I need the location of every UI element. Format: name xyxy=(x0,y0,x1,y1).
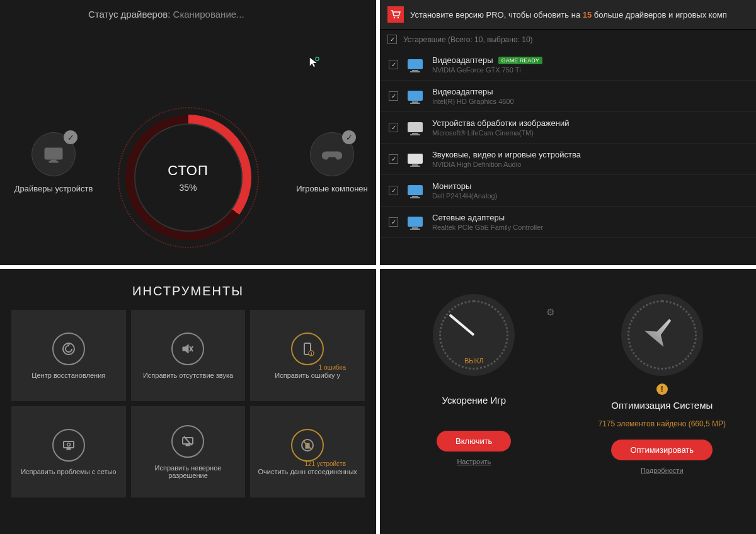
scan-percent: 35% xyxy=(179,183,197,193)
category-device-drivers[interactable]: ✓ Драйверы устройств xyxy=(9,132,98,193)
tool-tile[interactable]: Центр восстановления xyxy=(11,310,126,401)
svg-rect-9 xyxy=(408,91,423,101)
gamepad-icon: ✓ xyxy=(310,132,354,176)
driver-name: Сетевые адаптеры xyxy=(432,213,747,222)
check-icon: ✓ xyxy=(342,130,356,144)
tool-tile[interactable]: !1 ошибкаИсправить ошибку у xyxy=(250,310,365,401)
svg-rect-31 xyxy=(67,448,71,450)
driver-row[interactable]: ✓Устройства обработки изображенийMicroso… xyxy=(380,112,756,144)
tool-label: Очистить данн отсоединенных xyxy=(253,468,362,475)
checkbox[interactable]: ✓ xyxy=(387,35,397,44)
driver-name: Мониторы xyxy=(432,181,747,191)
driver-row[interactable]: ✓ВидеоадаптерыGAME READYNVIDIA GeForce G… xyxy=(380,49,756,81)
checkbox[interactable]: ✓ xyxy=(389,154,398,164)
tools-title: ИНСТРУМЕНТЫ xyxy=(0,269,376,310)
driver-info: ВидеоадаптерыIntel(R) HD Graphics 4600 xyxy=(432,87,747,105)
device-icon xyxy=(406,88,425,105)
optimize-button[interactable]: Оптимизировать xyxy=(611,440,713,460)
group-header[interactable]: ✓ Устаревшие (Всего: 10, выбрано: 10) xyxy=(380,30,756,49)
check-icon: ✓ xyxy=(64,130,77,144)
driver-detail: Microsoft® LifeCam Cinema(TM) xyxy=(432,129,747,137)
category-label: Игровые компонен xyxy=(291,184,373,193)
cart-icon xyxy=(387,6,404,23)
pro-banner[interactable]: Установите версию PRO, чтобы обновить на… xyxy=(380,0,756,30)
tool-badge: 1 ошибка xyxy=(319,364,346,371)
checkbox[interactable]: ✓ xyxy=(389,60,398,69)
driver-row[interactable]: ✓Сетевые адаптерыRealtek PCIe GbE Family… xyxy=(380,207,756,238)
driver-detail: Intel(R) HD Graphics 4600 xyxy=(432,98,747,105)
tools-panel: ИНСТРУМЕНТЫ Центр восстановленияИсправит… xyxy=(0,269,376,534)
cursor-icon xyxy=(309,57,320,70)
driver-name: Видеоадаптеры xyxy=(432,87,747,96)
tool-label: Исправить отсутствие звука xyxy=(138,372,238,379)
tool-label: Исправить проблемы с сетью xyxy=(16,468,121,475)
tool-tile[interactable]: 121 устройствОчистить данн отсоединенных xyxy=(250,406,365,497)
tool-label: Исправить неверное разрешение xyxy=(131,464,246,479)
device-icon xyxy=(406,119,425,137)
configure-link[interactable]: Настроить xyxy=(457,458,491,465)
gauge-label: ВЫКЛ xyxy=(433,357,515,365)
details-link[interactable]: Подробности xyxy=(641,467,684,474)
driver-name: Устройства обработки изображений xyxy=(432,118,747,128)
checkbox[interactable]: ✓ xyxy=(389,91,398,101)
game-gauge[interactable]: ВЫКЛ xyxy=(433,294,515,376)
scan-button[interactable]: СТОП 35% xyxy=(125,115,251,241)
driver-row[interactable]: ✓МониторыDell P2414H(Analog) xyxy=(380,175,756,207)
driver-name: Звуковые, видео и игровые устройства xyxy=(432,150,747,159)
svg-rect-11 xyxy=(410,103,420,104)
status-value: Сканирование... xyxy=(173,9,244,20)
status-label: Статус драйверов: xyxy=(88,9,170,20)
boost-panel: ⚙ ВЫКЛ Ускорение Игр Включить Настроить … xyxy=(380,269,756,534)
driver-info: Устройства обработки изображенийMicrosof… xyxy=(432,118,747,137)
checkbox[interactable]: ✓ xyxy=(389,123,398,132)
svg-rect-19 xyxy=(412,196,418,197)
driver-detail: NVIDIA High Definition Audio xyxy=(432,161,747,168)
checkbox[interactable]: ✓ xyxy=(389,186,398,195)
banner-text: Установите версию PRO, чтобы обновить на… xyxy=(410,10,727,20)
tool-tile[interactable]: Исправить неверное разрешение xyxy=(131,406,246,497)
svg-point-32 xyxy=(67,443,70,446)
driver-detail: Dell P2414H(Analog) xyxy=(432,192,747,200)
scanner-panel: Статус драйверов: Сканирование... ✓ Драй… xyxy=(0,0,376,265)
tool-badge: 121 устройств xyxy=(304,460,346,467)
game-ready-badge: GAME READY xyxy=(498,57,542,64)
driver-info: Сетевые адаптерыRealtek PCIe GbE Family … xyxy=(432,213,747,231)
svg-rect-18 xyxy=(408,185,423,195)
svg-rect-21 xyxy=(408,217,423,227)
svg-rect-6 xyxy=(408,59,423,69)
svg-rect-22 xyxy=(412,227,418,229)
tool-icon xyxy=(171,425,204,458)
tool-icon xyxy=(171,332,204,365)
driver-row[interactable]: ✓Звуковые, видео и игровые устройстваNVI… xyxy=(380,144,756,175)
tool-icon xyxy=(291,429,324,462)
category-game-components[interactable]: ✓ Игровые компонен xyxy=(291,132,373,193)
svg-rect-30 xyxy=(64,441,74,448)
status-line: Статус драйверов: Сканирование... xyxy=(88,9,244,20)
tool-label: Исправить ошибку у xyxy=(270,372,345,379)
tools-grid: Центр восстановленияИсправить отсутствие… xyxy=(0,310,376,509)
monitor-icon: ✓ xyxy=(32,132,76,176)
tool-icon xyxy=(52,332,85,365)
driver-info: МониторыDell P2414H(Analog) xyxy=(432,181,747,200)
checkbox[interactable]: ✓ xyxy=(389,217,398,227)
tool-icon: ! xyxy=(291,332,324,365)
driver-row[interactable]: ✓ВидеоадаптерыIntel(R) HD Graphics 4600 xyxy=(380,81,756,112)
device-icon xyxy=(406,182,425,200)
svg-rect-13 xyxy=(412,133,418,134)
svg-rect-20 xyxy=(410,197,420,198)
driver-info: Звуковые, видео и игровые устройстваNVID… xyxy=(432,150,747,168)
svg-point-4 xyxy=(394,17,395,18)
svg-rect-10 xyxy=(412,101,418,103)
svg-rect-1 xyxy=(45,148,62,159)
gear-icon[interactable]: ⚙ xyxy=(546,307,554,318)
driver-info: ВидеоадаптерыGAME READYNVIDIA GeForce GT… xyxy=(432,55,747,74)
enable-button[interactable]: Включить xyxy=(437,431,511,452)
driver-detail: NVIDIA GeForce GTX 750 Ti xyxy=(432,66,747,74)
tool-tile[interactable]: Исправить проблемы с сетью xyxy=(11,406,126,497)
svg-rect-34 xyxy=(186,445,190,446)
tool-tile[interactable]: Исправить отсутствие звука xyxy=(131,310,246,401)
system-gauge[interactable] xyxy=(621,294,703,376)
svg-rect-15 xyxy=(408,154,423,164)
stop-label: СТОП xyxy=(168,162,209,179)
svg-rect-23 xyxy=(410,229,420,230)
